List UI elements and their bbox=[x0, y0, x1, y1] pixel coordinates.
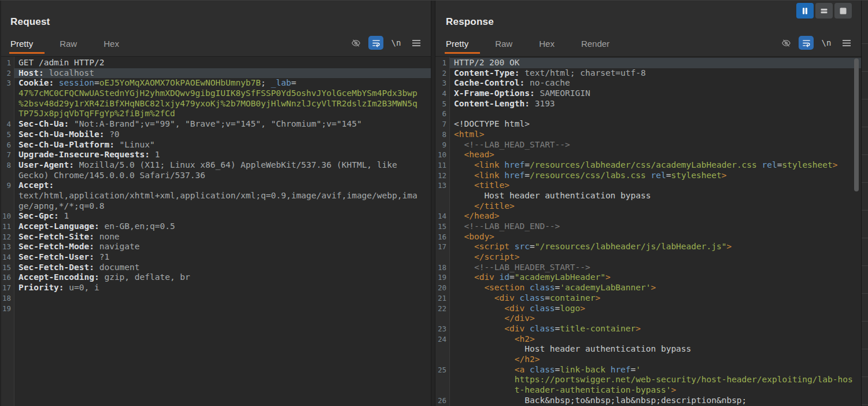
line-number: 14 bbox=[435, 211, 449, 222]
code-line: </h2> bbox=[435, 355, 861, 365]
request-editor[interactable]: 1GET /admin HTTP/22Host: localhost3Cooki… bbox=[0, 56, 431, 406]
menu-icon[interactable] bbox=[409, 36, 424, 50]
line-content: <script src="/resources/labheader/js/lab… bbox=[449, 242, 861, 252]
code-line: 16Accept-Encoding: gzip, deflate, br bbox=[0, 272, 431, 283]
newline-toggle-icon[interactable]: \n bbox=[819, 36, 834, 50]
line-number bbox=[435, 191, 449, 201]
code-line: 10 <head> bbox=[435, 150, 861, 160]
line-content: <!--LAB_HEAD_END--> bbox=[449, 222, 861, 232]
word-wrap-icon[interactable] bbox=[368, 36, 383, 50]
line-content: <div class=container> bbox=[449, 293, 861, 304]
request-tabs: PrettyRawHex bbox=[10, 39, 119, 49]
line-number: 1 bbox=[435, 58, 449, 68]
response-tabs: PrettyRawHexRender bbox=[446, 39, 610, 49]
line-content: Host header authentication bypass bbox=[449, 344, 861, 355]
code-line: 4Sec-Ch-Ua: "Not:A-Brand";v="99", "Brave… bbox=[0, 119, 431, 130]
menu-icon[interactable] bbox=[839, 36, 854, 50]
code-line: text/html,application/xhtml+xml,applicat… bbox=[0, 191, 431, 201]
line-number: 16 bbox=[435, 232, 449, 242]
response-panel-title: Response bbox=[446, 16, 494, 28]
line-number bbox=[0, 191, 14, 201]
code-line: 2Host: localhost bbox=[0, 68, 431, 79]
line-content: Priority: u=0, i bbox=[14, 283, 431, 293]
tab-hex[interactable]: Hex bbox=[539, 39, 555, 49]
code-line: 4X-Frame-Options: SAMEORIGIN bbox=[435, 88, 861, 99]
request-panel: Request PrettyRawHex \n 1GET /admi bbox=[0, 0, 431, 406]
line-number bbox=[0, 109, 14, 119]
line-number bbox=[0, 99, 14, 109]
line-number: 4 bbox=[435, 88, 449, 99]
single-view-button[interactable] bbox=[834, 3, 852, 19]
tab-raw[interactable]: Raw bbox=[495, 39, 512, 49]
line-content: GET /admin HTTP/2 bbox=[14, 58, 431, 68]
line-number bbox=[435, 344, 449, 355]
line-content: Sec-Ch-Ua: "Not:A-Brand";v="99", "Brave"… bbox=[14, 119, 431, 130]
code-line: 17Priority: u=0, i bbox=[0, 283, 431, 293]
tab-hex[interactable]: Hex bbox=[104, 39, 119, 49]
line-number: 14 bbox=[0, 252, 14, 263]
line-content: <link href=/resources/css/labs.css rel=s… bbox=[449, 171, 861, 181]
line-content: Content-Type: text/html; charset=utf-8 bbox=[449, 68, 861, 79]
code-line: 18 <!--LAB_HEADER_START--> bbox=[435, 263, 861, 273]
code-line: t-header-authentication-bypass'> bbox=[435, 385, 861, 396]
request-panel-header: Request PrettyRawHex \n bbox=[0, 0, 431, 56]
code-line: Host header authentication bypass bbox=[435, 344, 861, 355]
newline-toggle-icon[interactable]: \n bbox=[389, 36, 404, 50]
line-content bbox=[14, 304, 431, 314]
response-editor[interactable]: 1HTTP/2 200 OK2Content-Type: text/html; … bbox=[435, 56, 861, 406]
line-content: <div class=logo> bbox=[449, 304, 861, 314]
line-number bbox=[0, 201, 14, 212]
code-line: 3Cache-Control: no-cache bbox=[435, 78, 861, 88]
response-scrollbar-thumb[interactable] bbox=[854, 58, 859, 191]
inspector-collapsed-strip[interactable] bbox=[861, 0, 868, 406]
code-line: %2bsv48d29y1rXR4ZiBfXHqNBC82lxjy479yxoKj… bbox=[0, 99, 431, 109]
line-number: 17 bbox=[435, 242, 449, 252]
response-panel: Response PrettyRawHexRender \n 1HT bbox=[435, 0, 861, 406]
tab-pretty[interactable]: Pretty bbox=[446, 39, 468, 49]
line-number: 18 bbox=[435, 263, 449, 273]
line-content: https://portswigger.net/web-security/hos… bbox=[449, 375, 861, 385]
line-number bbox=[435, 355, 449, 365]
line-number: 13 bbox=[435, 180, 449, 191]
line-content: X-Frame-Options: SAMEORIGIN bbox=[449, 88, 861, 99]
line-number: 16 bbox=[0, 272, 14, 283]
line-content: t-header-authentication-bypass'> bbox=[449, 385, 861, 396]
line-number bbox=[0, 88, 14, 99]
line-content: Host header authentication bypass bbox=[449, 191, 861, 201]
code-line: 7Upgrade-Insecure-Requests: 1 bbox=[0, 150, 431, 160]
line-number: 24 bbox=[435, 334, 449, 345]
columns-layout-button[interactable] bbox=[796, 3, 814, 19]
line-content: </div> bbox=[449, 313, 861, 324]
line-content bbox=[449, 109, 861, 119]
line-content: Host: localhost bbox=[14, 68, 431, 79]
view-layout-buttons bbox=[796, 3, 852, 19]
code-line: 17 <script src="/resources/labheader/js/… bbox=[435, 242, 861, 252]
line-number: 4 bbox=[0, 119, 14, 130]
line-number: 11 bbox=[435, 160, 449, 171]
tab-raw[interactable]: Raw bbox=[60, 39, 77, 49]
tab-pretty[interactable]: Pretty bbox=[10, 39, 33, 49]
word-wrap-icon[interactable] bbox=[799, 36, 814, 50]
code-line: 14Sec-Fetch-User: ?1 bbox=[0, 252, 431, 263]
line-number: 8 bbox=[0, 160, 14, 171]
code-line: 26 Back&nbsp;to&nbsp;lab&nbsp;descriptio… bbox=[435, 396, 861, 406]
tab-render[interactable]: Render bbox=[581, 39, 610, 49]
eye-slash-icon[interactable] bbox=[348, 36, 363, 50]
eye-slash-icon[interactable] bbox=[778, 36, 793, 50]
line-number: 22 bbox=[435, 304, 449, 314]
code-line: https://portswigger.net/web-security/hos… bbox=[435, 375, 861, 385]
line-content: 47%7cMC0CFQCNwUAStednYGjH2yhmXDQwv9gibgI… bbox=[14, 88, 431, 99]
code-line: 12 <link href=/resources/css/labs.css re… bbox=[435, 171, 861, 181]
code-line: 15 <!--LAB_HEAD_END--> bbox=[435, 222, 861, 232]
panel-splitter[interactable] bbox=[431, 0, 435, 406]
line-content: Sec-Fetch-User: ?1 bbox=[14, 252, 431, 263]
newline-glyph: \n bbox=[822, 38, 832, 47]
code-line: 22 <div class=logo> bbox=[435, 304, 861, 314]
code-line: 20 <section class='academyLabBanner'> bbox=[435, 283, 861, 293]
line-number: 13 bbox=[0, 242, 14, 252]
line-content: %2bsv48d29y1rXR4ZiBfXHqNBC82lxjy479yxoKj… bbox=[14, 99, 431, 109]
code-line: 18 bbox=[0, 293, 431, 304]
line-number: 9 bbox=[435, 140, 449, 150]
line-number: 5 bbox=[0, 130, 14, 140]
rows-layout-button[interactable] bbox=[815, 3, 833, 19]
